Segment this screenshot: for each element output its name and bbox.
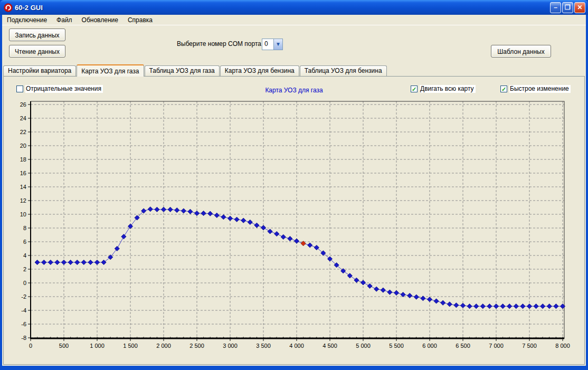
app-icon <box>4 3 13 12</box>
svg-text:6: 6 <box>23 239 26 245</box>
data-point <box>500 304 505 309</box>
svg-text:-4: -4 <box>21 307 26 314</box>
svg-text:-6: -6 <box>21 321 26 327</box>
svg-text:0: 0 <box>23 280 26 286</box>
checkbox-box-unchecked <box>16 86 23 92</box>
client-area: Подключение Файл Обновление Справка Запи… <box>2 15 586 366</box>
data-point <box>460 303 465 308</box>
data-point <box>308 243 312 248</box>
svg-text:20: 20 <box>20 143 26 149</box>
negative-values-checkbox[interactable]: Отрицательные значения <box>16 85 103 93</box>
window-title: 60-2 GUI <box>15 4 549 12</box>
svg-text:8: 8 <box>23 225 26 231</box>
svg-text:2: 2 <box>23 266 26 272</box>
data-point <box>407 293 412 298</box>
svg-text:12: 12 <box>20 197 26 204</box>
data-point <box>155 207 159 212</box>
data-point <box>387 290 392 295</box>
data-point <box>42 260 46 264</box>
data-point <box>115 246 119 251</box>
check-icon: ✓ <box>500 86 507 92</box>
tab-uoz-table-gas[interactable]: Таблица УОЗ для газа <box>145 65 220 76</box>
data-point <box>181 208 186 213</box>
data-point <box>527 304 532 309</box>
data-point <box>35 260 40 264</box>
tab-strip: Настройки вариатора Карта УОЗ для газа Т… <box>3 64 387 76</box>
data-point <box>148 207 153 212</box>
data-point <box>68 260 73 264</box>
maximize-icon[interactable]: ❐ <box>562 2 573 13</box>
data-point <box>248 220 252 224</box>
svg-text:5 000: 5 000 <box>356 343 371 349</box>
data-point <box>175 208 179 213</box>
data-point <box>261 225 265 230</box>
data-point <box>75 260 80 264</box>
tab-variator-settings[interactable]: Настройки вариатора <box>3 65 76 76</box>
data-point <box>188 209 193 214</box>
data-point <box>268 229 272 234</box>
svg-text:16: 16 <box>20 170 26 176</box>
svg-text:8 000: 8 000 <box>555 343 570 349</box>
data-point <box>288 236 292 241</box>
svg-text:14: 14 <box>20 184 26 190</box>
svg-text:4 500: 4 500 <box>323 343 337 349</box>
move-whole-map-checkbox[interactable]: ✓ Двигать всю карту <box>411 85 476 93</box>
svg-text:1 000: 1 000 <box>90 343 105 349</box>
data-point <box>221 215 226 220</box>
svg-text:4: 4 <box>23 252 26 259</box>
svg-text:7 500: 7 500 <box>522 343 537 349</box>
minimize-icon[interactable]: – <box>550 2 561 13</box>
data-point <box>474 304 479 309</box>
svg-text:5 500: 5 500 <box>389 343 404 349</box>
svg-text:7 000: 7 000 <box>489 343 504 349</box>
title-bar[interactable]: 60-2 GUI – ❐ ✕ <box>0 0 588 15</box>
data-point <box>480 304 485 309</box>
tab-uoz-map-gas[interactable]: Карта УОЗ для газа <box>77 64 144 77</box>
data-point <box>547 304 552 309</box>
data-point <box>94 260 99 264</box>
data-point <box>354 278 359 282</box>
data-point <box>208 211 213 216</box>
tab-uoz-map-petrol[interactable]: Карта УОЗ для бензина <box>220 65 299 76</box>
data-point <box>347 273 352 278</box>
close-icon[interactable]: ✕ <box>574 2 585 13</box>
checkbox-label: Двигать всю карту <box>420 85 476 93</box>
data-point <box>454 303 459 308</box>
fast-change-checkbox[interactable]: ✓ Быстрое изменение <box>500 85 571 93</box>
tab-uoz-table-petrol[interactable]: Таблица УОЗ для бензина <box>300 65 387 76</box>
data-point <box>487 304 492 309</box>
data-point <box>520 304 525 309</box>
svg-text:10: 10 <box>20 211 26 217</box>
data-point <box>214 213 219 217</box>
data-point <box>367 283 372 288</box>
svg-text:6 500: 6 500 <box>456 343 470 349</box>
data-point <box>494 304 498 309</box>
app-window: 60-2 GUI – ❐ ✕ Подключение Файл Обновлен… <box>0 0 588 370</box>
svg-text:18: 18 <box>20 156 26 163</box>
svg-text:3 500: 3 500 <box>256 343 271 349</box>
checkbox-label: Быстрое изменение <box>509 85 571 93</box>
data-point <box>514 304 518 309</box>
data-point <box>441 300 445 305</box>
svg-text:22: 22 <box>20 129 26 135</box>
checkbox-label: Отрицательные значения <box>25 85 103 93</box>
data-point <box>447 302 452 307</box>
data-point <box>294 239 299 243</box>
data-point <box>401 292 405 297</box>
data-point <box>254 223 259 227</box>
data-point <box>227 216 232 221</box>
data-point <box>241 218 246 223</box>
data-point <box>274 231 279 236</box>
data-point <box>55 260 60 264</box>
data-point <box>201 211 206 215</box>
svg-text:3 000: 3 000 <box>223 343 238 349</box>
svg-text:1 500: 1 500 <box>123 343 138 349</box>
data-point <box>161 207 166 212</box>
svg-text:-2: -2 <box>21 293 26 300</box>
data-point <box>434 299 439 303</box>
data-point <box>381 288 385 292</box>
svg-text:-8: -8 <box>21 335 26 341</box>
data-point <box>467 304 472 309</box>
svg-text:2 000: 2 000 <box>156 343 171 349</box>
data-point <box>534 304 538 309</box>
